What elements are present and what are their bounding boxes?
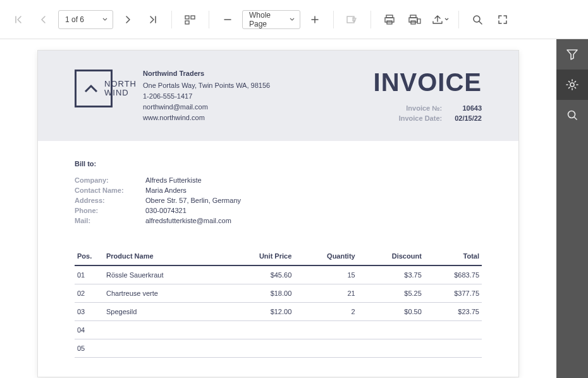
company-phone: 1-206-555-1417 <box>143 91 374 102</box>
svg-rect-1 <box>191 16 195 19</box>
separator <box>333 11 334 28</box>
cell-qty <box>294 321 357 339</box>
cell-product <box>104 321 223 339</box>
cell-discount: $3.75 <box>358 265 424 284</box>
billto-address-label: Address: <box>75 197 145 204</box>
col-product: Product Name <box>104 247 223 265</box>
table-row: 01Rössle Sauerkraut$45.6015$3.75$683.75 <box>75 265 482 284</box>
billto-phone-value: 030-0074321 <box>145 207 482 214</box>
cell-total: $23.75 <box>424 303 482 321</box>
separator <box>458 11 459 28</box>
cell-product: Spegesild <box>104 303 223 321</box>
multipage-button[interactable] <box>180 9 201 30</box>
invoice-meta-block: INVOICE Invoice №: 10643 Invoice Date: 0… <box>374 68 482 123</box>
table-row: 04 <box>75 321 482 339</box>
filter-panel-button[interactable] <box>556 39 588 70</box>
invoice-header: NORTHWIND Northwind Traders One Portals … <box>38 51 518 141</box>
company-info: Northwind Traders One Portals Way, Twin … <box>143 68 374 123</box>
cell-total <box>424 339 482 358</box>
svg-rect-8 <box>409 18 417 22</box>
company-website: www.northwind.com <box>143 113 374 123</box>
cell-qty: 2 <box>294 303 357 321</box>
table-row: 03Spegesild$12.002$0.50$23.75 <box>75 303 482 321</box>
cell-product: Chartreuse verte <box>104 284 223 303</box>
table-row: 05 <box>75 339 482 358</box>
cell-total: $377.75 <box>424 284 482 303</box>
company-logo: NORTHWIND <box>75 70 113 107</box>
invoice-page: NORTHWIND Northwind Traders One Portals … <box>38 51 518 377</box>
cell-qty: 21 <box>294 284 357 303</box>
col-discount: Discount <box>358 247 424 265</box>
zoom-in-button[interactable] <box>304 9 326 30</box>
col-total: Total <box>424 247 482 265</box>
billto-company-label: Company: <box>75 176 145 184</box>
print-page-button[interactable] <box>404 9 426 30</box>
cell-qty <box>294 339 357 358</box>
logo-text: NORTHWIND <box>104 80 137 97</box>
cell-discount: $5.25 <box>358 284 424 303</box>
line-items-table: Pos. Product Name Unit Price Quantity Di… <box>75 247 482 358</box>
svg-rect-2 <box>185 21 189 24</box>
edit-fields-button[interactable] <box>341 9 363 30</box>
svg-point-12 <box>570 83 574 87</box>
col-pos: Pos. <box>75 247 104 265</box>
cell-product: Rössle Sauerkraut <box>104 265 223 284</box>
billto-contact-label: Contact Name: <box>75 186 145 194</box>
cell-discount <box>358 321 424 339</box>
col-unit: Unit Price <box>223 247 294 265</box>
billto-mail-value: alfredsfutterkiste@mail.com <box>145 217 482 224</box>
fullscreen-button[interactable] <box>492 9 513 30</box>
export-button[interactable] <box>429 9 451 30</box>
caret-down-icon <box>102 18 107 21</box>
cell-total <box>424 321 482 339</box>
invoice-number-value: 10643 <box>455 104 482 112</box>
zoom-label: Whole Page <box>249 11 283 28</box>
cell-unit <box>223 321 294 339</box>
invoice-date-value: 02/15/22 <box>455 114 482 122</box>
print-button[interactable] <box>379 9 400 30</box>
cell-product <box>104 339 223 358</box>
settings-panel-button[interactable] <box>556 70 588 100</box>
cell-total: $683.75 <box>424 265 482 284</box>
cell-unit: $12.00 <box>223 303 294 321</box>
table-row: 02Chartreuse verte$18.0021$5.25$377.75 <box>75 284 482 303</box>
zoom-out-button[interactable] <box>217 9 238 30</box>
invoice-title: INVOICE <box>374 68 482 97</box>
search-icon <box>567 109 578 121</box>
svg-rect-5 <box>385 18 394 22</box>
search-panel-button[interactable] <box>556 100 588 130</box>
toolbar: 1 of 6 Whole Page <box>0 0 588 39</box>
last-page-button[interactable] <box>142 9 164 30</box>
billto-address-value: Obere Str. 57, Berlin, Germany <box>145 197 482 204</box>
cell-pos: 04 <box>75 321 104 339</box>
svg-rect-10 <box>417 19 420 23</box>
billto-company-value: Alfreds Futterkiste <box>145 176 482 184</box>
cell-pos: 02 <box>75 284 104 303</box>
billto-phone-label: Phone: <box>75 207 145 214</box>
cell-discount <box>358 339 424 358</box>
cell-qty: 15 <box>294 265 357 284</box>
funnel-icon <box>566 49 579 60</box>
zoom-select[interactable]: Whole Page <box>242 10 300 29</box>
separator <box>171 11 172 28</box>
company-email: northwind@mail.com <box>143 102 374 113</box>
cell-pos: 03 <box>75 303 104 321</box>
cell-unit: $45.60 <box>223 265 294 284</box>
svg-rect-0 <box>185 16 189 19</box>
cell-pos: 01 <box>75 265 104 284</box>
prev-page-button[interactable] <box>33 9 54 30</box>
page-select[interactable]: 1 of 6 <box>58 10 113 29</box>
billto-contact-value: Maria Anders <box>145 186 482 194</box>
gear-icon <box>566 78 579 91</box>
first-page-button[interactable] <box>8 9 29 30</box>
page-label: 1 of 6 <box>65 15 84 24</box>
search-button[interactable] <box>467 9 488 30</box>
company-name: Northwind Traders <box>143 68 374 79</box>
col-qty: Quantity <box>294 247 357 265</box>
bill-to-title: Bill to: <box>75 160 482 168</box>
next-page-button[interactable] <box>117 9 138 30</box>
billto-mail-label: Mail: <box>75 217 145 224</box>
document-viewport: NORTHWIND Northwind Traders One Portals … <box>0 39 556 378</box>
bill-to-grid: Company: Alfreds Futterkiste Contact Nam… <box>75 176 482 224</box>
cell-pos: 05 <box>75 339 104 358</box>
